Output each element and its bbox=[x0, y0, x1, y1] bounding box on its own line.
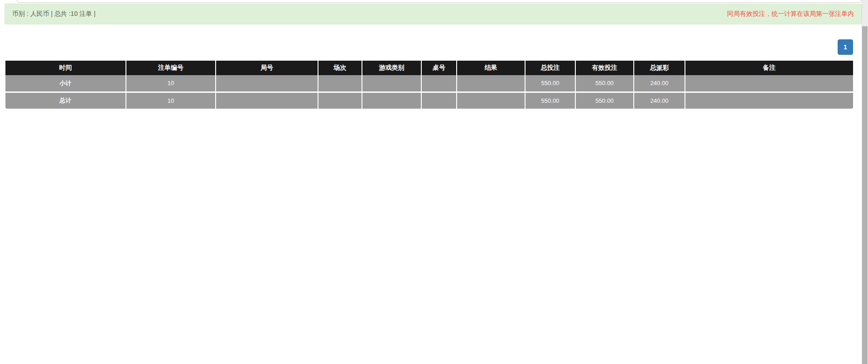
footer-label-cell: 总计 bbox=[5, 92, 126, 109]
table-header-row: 时间注单编号局号场次游戏类别桌号结果总投注有效投注总派彩备注 bbox=[5, 61, 853, 75]
vertical-scrollbar-track[interactable] bbox=[862, 0, 868, 364]
footer-value-cell bbox=[362, 92, 421, 109]
column-header-0: 时间 bbox=[5, 61, 126, 75]
grand-total-row: 总计10550.00550.00240.00 bbox=[5, 92, 853, 109]
footer-value-cell bbox=[685, 92, 853, 109]
footer-value-cell: 10 bbox=[126, 92, 216, 109]
footer-value-cell: 550.00 bbox=[575, 75, 634, 92]
column-header-10: 备注 bbox=[685, 61, 853, 75]
same-round-notice: 同局有效投注，统一计算在该局第一张注单内 bbox=[727, 10, 854, 18]
footer-value-cell bbox=[318, 75, 362, 92]
column-header-6: 结果 bbox=[457, 61, 525, 75]
footer-value-cell: 550.00 bbox=[525, 75, 575, 92]
footer-value-cell bbox=[216, 92, 318, 109]
footer-label-cell: 小计 bbox=[5, 75, 126, 92]
footer-value-cell: 550.00 bbox=[575, 92, 634, 109]
footer-value-cell bbox=[457, 75, 525, 92]
footer-value-cell: 10 bbox=[126, 75, 216, 92]
bet-records-table: 时间注单编号局号场次游戏类别桌号结果总投注有效投注总派彩备注 小计10550.0… bbox=[5, 61, 853, 109]
footer-value-cell bbox=[457, 92, 525, 109]
column-header-1: 注单编号 bbox=[126, 61, 216, 75]
column-header-4: 游戏类别 bbox=[362, 61, 421, 75]
column-header-5: 桌号 bbox=[421, 61, 457, 75]
footer-value-cell bbox=[421, 75, 457, 92]
column-header-2: 局号 bbox=[216, 61, 318, 75]
currency-total-summary: 币别 : 人民币 | 总共 :10 注单 | bbox=[12, 10, 96, 18]
summary-alert-bar: 币别 : 人民币 | 总共 :10 注单 | 同局有效投注，统一计算在该局第一张… bbox=[5, 4, 862, 24]
footer-value-cell bbox=[216, 75, 318, 92]
footer-value-cell bbox=[318, 92, 362, 109]
column-header-9: 总派彩 bbox=[634, 61, 685, 75]
bet-history-page: 币别 : 人民币 | 总共 :10 注单 | 同局有效投注，统一计算在该局第一张… bbox=[0, 0, 868, 364]
footer-value-cell: 550.00 bbox=[525, 92, 575, 109]
column-header-8: 有效投注 bbox=[575, 61, 634, 75]
subtotal-row: 小计10550.00550.00240.00 bbox=[5, 75, 853, 92]
table-footer: 小计10550.00550.00240.00总计10550.00550.0024… bbox=[5, 75, 853, 109]
vertical-scrollbar-thumb[interactable] bbox=[862, 26, 868, 364]
collapsed-panel-above bbox=[17, 0, 861, 3]
footer-value-cell: 240.00 bbox=[634, 92, 685, 109]
column-header-7: 总投注 bbox=[525, 61, 575, 75]
pagination-page-1-button[interactable]: 1 bbox=[838, 39, 853, 55]
column-header-3: 场次 bbox=[318, 61, 362, 75]
footer-value-cell bbox=[421, 92, 457, 109]
footer-value-cell bbox=[685, 75, 853, 92]
footer-value-cell bbox=[362, 75, 421, 92]
footer-value-cell: 240.00 bbox=[634, 75, 685, 92]
